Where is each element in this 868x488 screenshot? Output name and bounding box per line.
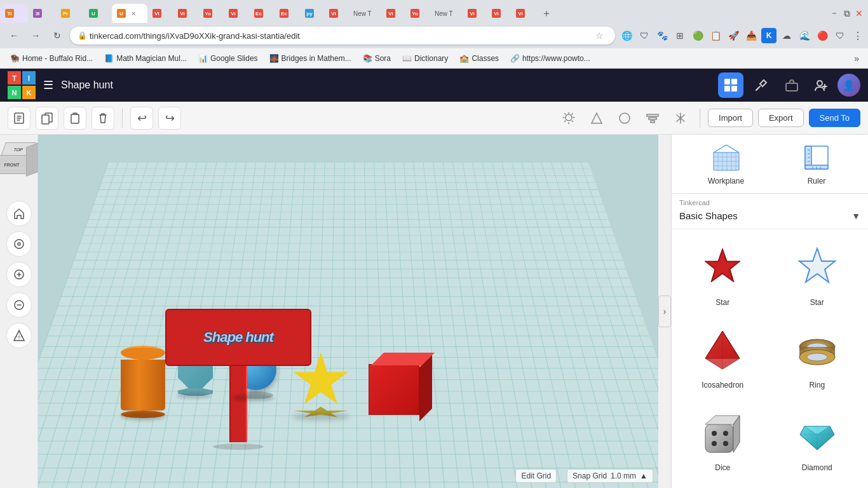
tab-yo[interactable]: Yo bbox=[198, 4, 224, 23]
tab-active[interactable]: U ✕ bbox=[112, 4, 147, 23]
fit-view-btn[interactable] bbox=[6, 231, 32, 257]
workplane-btn[interactable]: Workplane bbox=[708, 142, 744, 186]
extension-icon-8[interactable]: 📥 bbox=[743, 28, 759, 43]
forward-btn[interactable]: → bbox=[27, 27, 44, 44]
shape-tool-1[interactable] bbox=[585, 107, 608, 130]
tab-vi3[interactable]: Vi bbox=[224, 4, 249, 23]
shape-dice-item[interactable]: Dice bbox=[679, 402, 766, 477]
tab-vi1[interactable]: Vi bbox=[147, 4, 173, 23]
tab-4[interactable]: U bbox=[84, 4, 112, 23]
extension-icon-7[interactable]: 🚀 bbox=[726, 28, 741, 43]
user-avatar[interactable]: 👤 bbox=[837, 74, 860, 97]
tab-ec1[interactable]: Ec bbox=[249, 4, 275, 23]
projects-btn[interactable] bbox=[779, 72, 804, 98]
delete-btn[interactable] bbox=[92, 107, 114, 130]
shape-star-filled-preview bbox=[697, 242, 748, 293]
tab-vi5[interactable]: Vi bbox=[381, 4, 405, 23]
shape-tool-2[interactable] bbox=[613, 107, 636, 130]
shapes-dropdown-btn[interactable]: Basic Shapes ▼ bbox=[679, 208, 860, 224]
shape-icosahedron-item[interactable]: Icosahedron bbox=[679, 320, 766, 395]
snap-grid-arrow-up[interactable]: ▲ bbox=[640, 471, 648, 480]
ruler-btn[interactable]: Ruler bbox=[801, 142, 832, 186]
undo-btn[interactable]: ↩ bbox=[130, 107, 153, 130]
view-cube[interactable]: TOP FRONT bbox=[0, 140, 41, 191]
grid-background bbox=[38, 162, 658, 488]
red-cube-shape[interactable] bbox=[369, 364, 423, 418]
extension-icon-3[interactable]: 🐾 bbox=[654, 28, 670, 43]
snap-grid-control[interactable]: Snap Grid 1.0 mm ▲ bbox=[567, 469, 653, 483]
extension-icon-5[interactable]: 🟢 bbox=[690, 28, 705, 43]
redo-btn[interactable]: ↪ bbox=[158, 107, 181, 130]
align-tool[interactable] bbox=[641, 107, 664, 130]
tab-3[interactable]: Pr bbox=[56, 4, 84, 23]
shape-star-filled-item[interactable]: Star bbox=[679, 237, 766, 312]
cylinder-shape[interactable] bbox=[121, 346, 165, 418]
extension-icon-9[interactable]: ☁ bbox=[779, 28, 794, 43]
bookmark-classes[interactable]: 🏫 Classes bbox=[454, 53, 504, 64]
tab-newt2[interactable]: New T bbox=[430, 4, 463, 23]
paste-btn[interactable] bbox=[64, 107, 86, 130]
tab-vi7[interactable]: Vi bbox=[487, 4, 511, 23]
bookmark-dictionary[interactable]: 📖 Dictionary bbox=[397, 53, 453, 64]
tab-py[interactable]: py bbox=[300, 4, 324, 23]
add-user-btn[interactable] bbox=[810, 74, 832, 97]
extension-icon-11[interactable]: 🔴 bbox=[815, 28, 830, 43]
shape-diamond-item[interactable]: Diamond bbox=[774, 402, 861, 477]
tab-close-btn[interactable]: ✕ bbox=[131, 10, 136, 17]
bookmark-bridges[interactable]: 🌉 Bridges in Mathem... bbox=[264, 53, 356, 64]
new-tab-btn[interactable]: ＋ bbox=[538, 4, 555, 22]
send-to-btn[interactable]: Send To bbox=[809, 109, 860, 127]
close-btn[interactable]: ✕ bbox=[855, 8, 863, 18]
extension-icon-10[interactable]: 🌊 bbox=[797, 28, 812, 43]
canvas-area[interactable]: Shape hunt Edit Grid Snap Grid 1.0 mm ▲ bbox=[38, 135, 658, 488]
bookmark-powto[interactable]: 🔗 https://www.powto... bbox=[505, 53, 595, 64]
zoom-out-btn[interactable] bbox=[6, 292, 32, 318]
chrome-menu-btn[interactable]: ⋮ bbox=[853, 30, 863, 42]
extension-icon-shield[interactable]: 🛡 bbox=[832, 28, 848, 43]
perspective-btn[interactable] bbox=[6, 323, 32, 348]
bookmarks-more-btn[interactable]: » bbox=[850, 52, 863, 65]
hamburger-menu-icon[interactable]: ☰ bbox=[43, 78, 53, 92]
restore-btn[interactable]: ⧉ bbox=[844, 8, 850, 19]
tab-yo2[interactable]: Yo bbox=[405, 4, 430, 23]
minimize-btn[interactable]: － bbox=[830, 8, 839, 19]
refresh-btn[interactable]: ↻ bbox=[48, 27, 66, 44]
tab-newt1[interactable]: New T bbox=[348, 4, 381, 23]
mirror-tool[interactable] bbox=[669, 107, 692, 130]
bookmark-math[interactable]: 📘 Math Magician Mul... bbox=[99, 53, 192, 64]
bookmark-star-icon[interactable]: ☆ bbox=[595, 30, 604, 41]
shape-star-outline-item[interactable]: Star bbox=[774, 237, 861, 312]
back-btn[interactable]: ← bbox=[5, 27, 23, 44]
light-btn[interactable] bbox=[557, 107, 580, 130]
bookmark-buffalo[interactable]: 🦬 Home - Buffalo Rid... bbox=[5, 53, 98, 64]
bookmark-slides[interactable]: 📊 Google Slides bbox=[193, 53, 263, 64]
bookmark-sora[interactable]: 📚 Sora bbox=[358, 53, 396, 64]
tab-fav-vi1: Vi bbox=[153, 9, 161, 18]
edit-grid-btn[interactable]: Edit Grid bbox=[515, 469, 557, 483]
view-grid-btn[interactable] bbox=[718, 72, 743, 98]
zoom-in-btn[interactable] bbox=[6, 262, 32, 287]
export-btn[interactable]: Export bbox=[758, 109, 804, 127]
copy-btn[interactable] bbox=[36, 107, 58, 130]
undo-icon: ↩ bbox=[137, 111, 147, 125]
tab-2[interactable]: 3I bbox=[28, 4, 56, 23]
extension-icon-2[interactable]: 🛡 bbox=[637, 28, 652, 43]
tab-vi8[interactable]: Vi bbox=[511, 4, 535, 23]
tab-vi2[interactable]: Vi bbox=[173, 4, 198, 23]
tab-ec2[interactable]: Ec bbox=[275, 4, 300, 23]
home-view-btn[interactable] bbox=[6, 201, 32, 226]
shape-ring-item[interactable]: Ring bbox=[774, 320, 861, 395]
panel-collapse-btn[interactable]: › bbox=[658, 295, 671, 327]
tab-vi6[interactable]: Vi bbox=[463, 4, 487, 23]
extension-icon-1[interactable]: 🌐 bbox=[619, 28, 634, 43]
import-btn[interactable]: Import bbox=[708, 109, 753, 127]
extension-icon-k[interactable]: K bbox=[761, 28, 776, 43]
extension-icon-4[interactable]: ⊞ bbox=[672, 28, 688, 43]
build-mode-btn[interactable] bbox=[749, 72, 774, 98]
tab-home[interactable]: Ti bbox=[0, 4, 28, 23]
extension-icon-6[interactable]: 📋 bbox=[708, 28, 723, 43]
tinkercad-logo[interactable]: T I N K bbox=[8, 71, 36, 99]
tab-vi4[interactable]: Vi bbox=[324, 4, 348, 23]
new-doc-btn[interactable] bbox=[8, 107, 31, 130]
address-input[interactable]: 🔒 tinkercad.com/things/iXvaD9oXXik-grand… bbox=[70, 27, 615, 44]
